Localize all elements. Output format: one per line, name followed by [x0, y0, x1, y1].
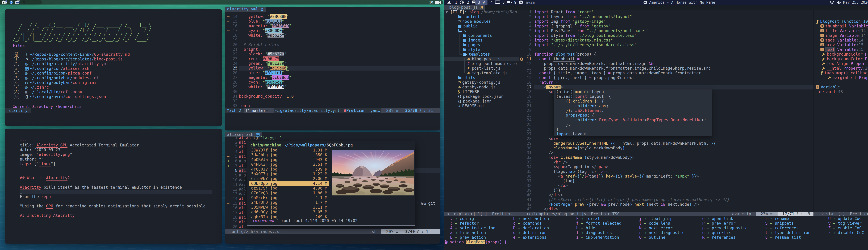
which-key-binding[interactable]: l → code lens: [639, 221, 670, 226]
coc-explorer-panel[interactable]: ▼ [FILE]: blog /home/chris/RepcontentJSn…: [444, 10, 519, 217]
terminal-startify[interactable]: _ __ _ __ ___ __ ___ / | / /_ __(_)___ _…: [5, 9, 222, 126]
explorer-item-images[interactable]: images: [463, 38, 483, 43]
buffer-line[interactable]: 30: [225, 89, 440, 94]
startify-entry[interactable]: [3]~/.config/zsh/aliases.zsh: [13, 66, 130, 71]
picker-file-row[interactable]: 30iNVBw.jpg3.11 M: [249, 205, 329, 210]
buffer-line[interactable]: 23 red: "#e06c75": [225, 56, 440, 61]
which-key-binding[interactable]: A → selected action: [450, 226, 495, 230]
vista-item[interactable]: ƒtags.map() callback Function:35: [820, 71, 868, 75]
vista-item[interactable]: xtags Variable:14: [820, 38, 864, 43]
markdown-line[interactable]: date: "2020-05-23": [20, 147, 212, 152]
which-key-binding[interactable]: u → resume list: [765, 235, 801, 240]
picker-file-row[interactable]: 6zS17Sj.jpg4.96 M: [249, 186, 329, 191]
buffer-line[interactable]: 9: [519, 47, 813, 52]
buffer-line[interactable]: 11 const thumbnail =: [519, 57, 813, 61]
arch-launcher[interactable]: [447, 0, 452, 5]
workspace-2[interactable]: 2: [467, 0, 476, 5]
vista-item[interactable]: backgroundColor Property:24: [822, 57, 868, 61]
buffer-line[interactable]: 39 ))}: [519, 188, 813, 193]
explorer-item-components[interactable]: components: [463, 33, 492, 38]
explorer-item-blog-post.js[interactable]: JSblog-post.js: [467, 57, 500, 61]
buffer-line[interactable]: 43 </div>: [519, 207, 813, 212]
which-key-binding[interactable]: d → definition: [513, 230, 547, 235]
which-key-binding[interactable]: U → update CoC: [828, 216, 862, 221]
buffer-line[interactable]: 26 blue: "#61afef": [225, 71, 440, 75]
workspace-8[interactable]: 8: [502, 0, 512, 5]
markdown-line[interactable]: author: "": [20, 157, 212, 162]
explorer-item-tag-template.js[interactable]: JStag-template.js: [467, 71, 507, 75]
which-key-binding[interactable]: q → quickfix: [702, 230, 731, 235]
markdown-line[interactable]: [20, 199, 212, 204]
buffer-line[interactable]: 2import Layout from "../components/layou…: [519, 15, 813, 19]
markdown-line[interactable]: [20, 190, 212, 194]
which-key-binding[interactable]: Z → enable CoC: [828, 226, 862, 230]
buffer-line[interactable]: 31 />: [519, 150, 813, 155]
picker-file-row[interactable]: 04PDl3F.jpg3.51 M: [249, 162, 329, 167]
explorer-item-public[interactable]: public: [458, 24, 477, 28]
markdown-line[interactable]: "Using the GPU for rendering enables opt…: [20, 204, 212, 209]
buffer-line[interactable]: 7import "katex/dist/katex.min.css": [519, 38, 813, 43]
picker-file-row[interactable]: 6iibVNY.jpg2.06 M: [249, 176, 329, 181]
workspace-9[interactable]: 9: [514, 0, 523, 5]
which-key-binding[interactable]: I → diagnostics: [576, 230, 612, 235]
vista-item[interactable]: xVariable: [816, 85, 840, 89]
buffer-line[interactable]: 28 <div: [519, 136, 813, 141]
picker-file-row[interactable]: 07nEzQ3.jpg1.86 M: [249, 191, 329, 195]
picker-file-row[interactable]: 3UwJhbg.jpg680 K: [249, 152, 329, 157]
picker-file-row[interactable]: 9hMxcHr.jpg4.1 M: [249, 195, 329, 200]
picker-file-row[interactable]: 5oXQT7g.jpg1.22 M: [249, 172, 329, 176]
workspace-4[interactable]: 4: [490, 0, 500, 5]
which-key-binding[interactable]: j → float jump: [639, 216, 673, 221]
which-key-binding[interactable]: r → rename: [765, 216, 789, 221]
explorer-item-content[interactable]: content: [458, 15, 480, 19]
vista-item[interactable]: xthumbnail Variable:11: [820, 24, 868, 28]
buffer-line[interactable]: 42 <PostPager prev={prev && prev.node} n…: [519, 202, 813, 207]
buffer-line[interactable]: 8import "../style/themes/prism-darcula.l…: [519, 43, 813, 47]
vista-item[interactable]: marginLeft Property:36: [828, 75, 868, 80]
which-key-binding[interactable]: v → tag viewer: [828, 221, 862, 226]
displays-icon[interactable]: [15, 0, 21, 5]
vista-outline-panel[interactable]: ƒBlogPost Function:10xthumbnail Variable…: [814, 10, 868, 217]
which-key-binding[interactable]: N → next error: [639, 226, 673, 230]
explorer-item-src[interactable]: src: [458, 28, 471, 33]
startify-entry[interactable]: [8]≡~/.local/bin/rofi-menu: [13, 90, 130, 94]
markdown-line[interactable]: ---: [20, 138, 212, 143]
explorer-item-package-lock.json[interactable]: {}package-lock.json: [458, 94, 503, 99]
explorer-item-gatsby-node.js[interactable]: JSgatsby-node.js: [458, 85, 496, 89]
which-key-binding[interactable]: ; → refactor: [450, 221, 479, 226]
vista-item[interactable]: default:48: [819, 89, 843, 94]
vista-item[interactable]: xtitle Variable:14: [820, 28, 866, 33]
buffer-line[interactable]: 6import style from "./blog-post.module.l…: [519, 33, 813, 38]
buffer-line[interactable]: ~15 blue: "#81A1C1": [225, 19, 440, 24]
buffer-line[interactable]: ~14 yellow: "#EBCB8B": [225, 14, 440, 19]
buffer-tab-blog-post-js[interactable]: blog-post.js JS: [444, 5, 485, 10]
workspace-1[interactable]: 1: [455, 0, 464, 5]
markdown-line[interactable]: tags: ["linux"]: [20, 162, 212, 166]
which-key-binding[interactable]: a → line action: [450, 230, 486, 235]
terminal-markdown[interactable]: ---title: Alacritty GPU Accelerated Term…: [5, 129, 222, 244]
picker-file-row[interactable]: ad6v90y.jpg3.05 M: [249, 210, 329, 214]
startify-entry[interactable]: [1]JS~/Repos/blog/src/templates/blog-pos…: [13, 57, 130, 61]
buffer-line[interactable]: 37 {tag}: [519, 178, 813, 183]
buffer-line[interactable]: 36 <a href={`/${tag}`} key={i} style={{ …: [519, 174, 813, 178]
vista-item[interactable]: xnext Variable:15: [820, 47, 864, 52]
markdown-line[interactable]: title: Alacritty GPU Accelerated Termina…: [20, 143, 212, 147]
which-key-binding[interactable]: s → references: [765, 226, 799, 230]
file-picker-float[interactable]: chris@machine ~/Pics/wallpapers/6QbF0pb.…: [247, 141, 415, 226]
buffer-line[interactable]: 14 const { title, image, tags } = props.…: [519, 71, 813, 75]
buffer-line[interactable]: ~16 magenta: "#B48EAD": [225, 24, 440, 28]
which-key-binding[interactable]: b → next action: [513, 216, 549, 221]
buffer-line[interactable]: 5import PostPager from "../components/po…: [519, 28, 813, 33]
explorer-item-LICENSE[interactable]: LICENSE: [458, 89, 479, 94]
which-key-binding[interactable]: S → snippets: [765, 221, 794, 226]
buffer-line[interactable]: 38 </a>: [519, 183, 813, 188]
which-key-binding[interactable]: i → implementation: [576, 235, 619, 240]
which-key-binding[interactable]: o → open link: [702, 216, 733, 221]
buffer-line[interactable]: 16 return (: [519, 80, 813, 85]
picker-file-row[interactable]: 24LrDFQ.jpg1.7 M: [249, 200, 329, 205]
buffer-line[interactable]: 33 <br />: [519, 160, 813, 165]
startify-entry[interactable]: [5]⚙~/.config/polybar/modules.ini: [13, 76, 130, 80]
markdown-line[interactable]: ## What is Alacritty?: [20, 176, 212, 180]
which-key-binding[interactable]: F → format: [576, 216, 600, 221]
startify-entry[interactable]: [9]{}~/.config/nvim/coc-settings.json: [13, 94, 130, 99]
